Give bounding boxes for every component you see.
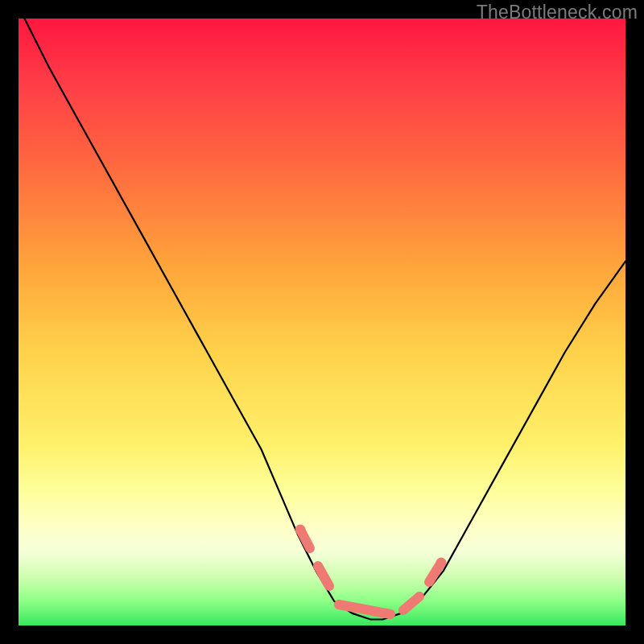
plot-area	[19, 19, 625, 625]
salmon-right-lower	[403, 597, 419, 610]
salmon-dot	[295, 525, 306, 535]
salmon-left-lower	[318, 566, 329, 586]
bottleneck-curve	[19, 19, 625, 625]
watermark-text: TheBottleneck.com	[477, 2, 638, 23]
optimal-zone-overlay	[295, 525, 447, 615]
salmon-bottom	[339, 605, 390, 614]
salmon-dot	[436, 558, 447, 568]
outer-frame: TheBottleneck.com	[0, 0, 644, 644]
curve-path	[25, 19, 626, 620]
